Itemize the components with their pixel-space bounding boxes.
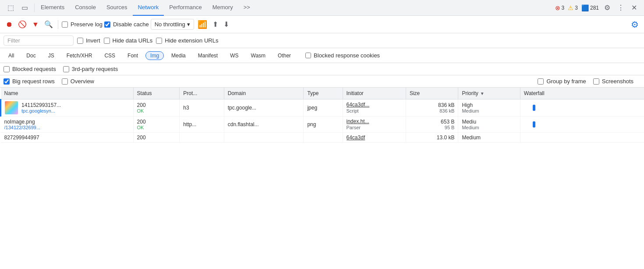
options-row1: Blocked requests 3rd-party requests — [0, 63, 644, 75]
overview-checkbox[interactable] — [62, 78, 68, 85]
cell-protocol: http... — [180, 117, 224, 133]
col-initiator[interactable]: Initiator — [343, 88, 406, 99]
type-btn-font[interactable]: Font — [123, 51, 143, 60]
network-settings-icon[interactable]: ⚙ — [629, 18, 640, 32]
type-btn-all[interactable]: All — [4, 51, 19, 60]
type-btn-fetchxhr[interactable]: Fetch/XHR — [62, 51, 97, 60]
col-domain[interactable]: Domain — [224, 88, 304, 99]
header-row: Name Status Prot... Domain Type Initiato… — [1, 88, 644, 99]
name-secondary: /134122/32699... — [4, 125, 41, 130]
group-by-frame-checkbox[interactable] — [538, 78, 544, 85]
table-row[interactable]: 827299944997 200 64ca3df 13.0 kB — [1, 133, 644, 143]
screenshots-label[interactable]: Screenshots — [593, 78, 633, 85]
error-badge[interactable]: ⊗ 3 — [555, 4, 565, 11]
initiator-link[interactable]: 64ca3df... — [347, 102, 390, 108]
devtools-window: ⬚ ▭ Elements Console Sources Network Per… — [0, 0, 644, 269]
col-priority[interactable]: Priority ▼ — [458, 88, 520, 99]
cell-protocol — [180, 133, 224, 143]
col-size[interactable]: Size — [406, 88, 458, 99]
thumbnail — [5, 101, 18, 114]
network-table-container: Name Status Prot... Domain Type Initiato… — [0, 88, 644, 269]
big-request-rows-label[interactable]: Big request rows — [4, 78, 55, 85]
name-primary: 141152993157... — [21, 102, 61, 108]
tab-bar: ⬚ ▭ Elements Console Sources Network Per… — [0, 0, 644, 16]
warning-badge[interactable]: ⚠ 3 — [568, 4, 578, 11]
blocked-cookies-checkbox[interactable] — [305, 53, 311, 58]
wifi-icon[interactable]: 📶 — [196, 18, 209, 31]
blocked-cookies-label[interactable]: Blocked response cookies — [305, 52, 380, 59]
type-btn-css[interactable]: CSS — [99, 51, 120, 60]
hide-data-urls-checkbox[interactable] — [104, 38, 110, 44]
cursor-icon[interactable]: ⬚ — [4, 2, 17, 14]
tab-network[interactable]: Network — [133, 0, 164, 16]
hide-ext-urls-checkbox[interactable] — [156, 38, 162, 44]
initiator-link[interactable]: 64ca3df — [347, 134, 390, 141]
table-header: Name Status Prot... Domain Type Initiato… — [1, 88, 644, 99]
type-btn-ws[interactable]: WS — [225, 51, 243, 60]
network-table: Name Status Prot... Domain Type Initiato… — [0, 88, 644, 143]
tab-elements[interactable]: Elements — [35, 0, 70, 16]
download-icon[interactable]: ⬇ — [222, 18, 231, 30]
disable-cache-label[interactable]: Disable cache — [104, 21, 149, 28]
upload-icon[interactable]: ⬆ — [211, 18, 220, 30]
type-btn-other[interactable]: Other — [273, 51, 296, 60]
tab-console[interactable]: Console — [70, 0, 101, 16]
name-primary: 827299944997 — [4, 134, 39, 141]
col-status[interactable]: Status — [133, 88, 180, 99]
col-waterfall[interactable]: Waterfall — [520, 88, 644, 99]
cell-initiator: 64ca3df... Script — [343, 99, 406, 117]
third-party-label[interactable]: 3rd-party requests — [63, 66, 118, 72]
invert-checkbox[interactable] — [77, 38, 83, 44]
cell-name: 141152993157... tpc.googlesyn... — [1, 99, 134, 117]
overview-label[interactable]: Overview — [62, 78, 94, 85]
table-row[interactable]: 141152993157... tpc.googlesyn... 200 OK … — [1, 99, 644, 117]
preserve-log-checkbox[interactable] — [62, 21, 68, 28]
type-btn-doc[interactable]: Doc — [21, 51, 40, 60]
close-devtools-icon[interactable]: ✕ — [630, 2, 639, 14]
cell-waterfall — [520, 133, 644, 143]
clear-button[interactable]: 🚫 — [17, 19, 28, 30]
filter-toggle-button[interactable]: ▼ — [30, 19, 41, 30]
type-btn-media[interactable]: Media — [166, 51, 191, 60]
tab-sources[interactable]: Sources — [101, 0, 133, 16]
options2-right: Group by frame Screenshots — [538, 78, 640, 85]
blocked-requests-checkbox[interactable] — [4, 66, 10, 72]
col-protocol[interactable]: Prot... — [180, 88, 224, 99]
waterfall-cell — [524, 105, 640, 111]
device-icon[interactable]: ▭ — [18, 2, 31, 14]
col-name[interactable]: Name — [1, 88, 134, 99]
group-by-frame-label[interactable]: Group by frame — [538, 78, 586, 85]
cell-size: 653 B 95 B — [406, 117, 458, 133]
toolbar-icons: ⬚ ▭ — [2, 2, 33, 14]
search-button[interactable]: 🔍 — [43, 19, 54, 30]
initiator-link[interactable]: index.ht... — [347, 118, 390, 124]
record-button[interactable]: ⏺ — [4, 19, 15, 30]
info-badge[interactable]: 🟦 281 — [581, 4, 599, 11]
type-btn-js[interactable]: JS — [43, 51, 59, 60]
hide-ext-urls-label[interactable]: Hide extension URLs — [156, 37, 218, 44]
col-type[interactable]: Type — [304, 88, 343, 99]
throttle-select[interactable]: No throttling ▾ — [151, 19, 194, 30]
name-primary: noImage.png — [4, 119, 41, 125]
preserve-log-label[interactable]: Preserve log — [62, 21, 103, 28]
cell-size: 836 kB 836 kB — [406, 99, 458, 117]
sort-arrow-icon: ▼ — [480, 91, 485, 96]
type-btn-img[interactable]: Img — [145, 51, 164, 60]
settings-gear-icon[interactable]: ⚙ — [602, 2, 612, 14]
hide-data-urls-label[interactable]: Hide data URLs — [104, 37, 153, 44]
filter-input[interactable] — [4, 35, 74, 46]
type-btn-wasm[interactable]: Wasm — [246, 51, 271, 60]
more-options-icon[interactable]: ⋮ — [616, 2, 626, 14]
disable-cache-checkbox[interactable] — [104, 21, 110, 28]
screenshots-checkbox[interactable] — [593, 78, 599, 85]
type-btn-manifest[interactable]: Manifest — [193, 51, 223, 60]
invert-label[interactable]: Invert — [77, 37, 100, 44]
third-party-checkbox[interactable] — [63, 66, 69, 72]
tab-more[interactable]: >> — [238, 0, 255, 16]
initiator-sub: Parser — [347, 125, 361, 130]
table-row[interactable]: noImage.png /134122/32699... 200 OK http… — [1, 117, 644, 133]
tab-performance[interactable]: Performance — [164, 0, 207, 16]
blocked-requests-label[interactable]: Blocked requests — [4, 66, 56, 72]
big-request-rows-checkbox[interactable] — [4, 78, 10, 85]
tab-memory[interactable]: Memory — [207, 0, 238, 16]
